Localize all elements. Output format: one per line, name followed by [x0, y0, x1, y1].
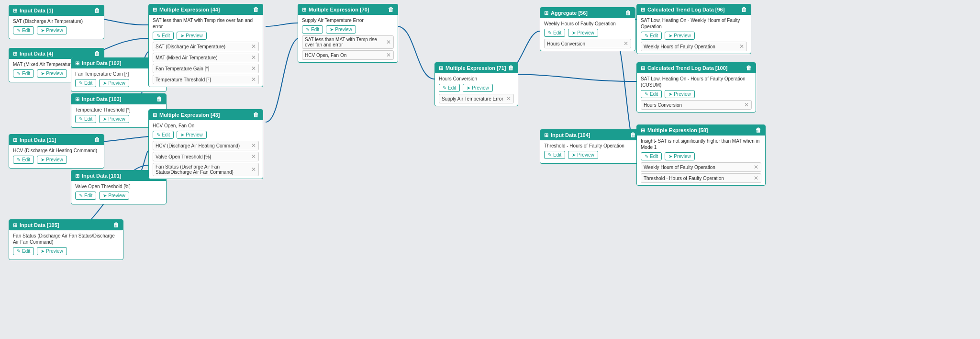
remove-input-n43-2[interactable]: ✕	[251, 166, 256, 173]
node-title-n70: Multiple Expression [70]	[309, 7, 369, 12]
preview-button-n101[interactable]: ➤ Preview	[99, 192, 129, 200]
input-label-n43-0: HCV (Discharge Air Heating Command)	[156, 143, 240, 148]
trash-icon-n71[interactable]: 🗑	[508, 65, 514, 71]
pencil-icon: ✎	[17, 157, 21, 162]
remove-input-n43-0[interactable]: ✕	[251, 142, 256, 149]
remove-input-n58-0[interactable]: ✕	[754, 164, 758, 170]
edit-button-n103[interactable]: ✎ Edit	[75, 115, 96, 123]
trash-icon-n70[interactable]: 🗑	[388, 6, 394, 13]
preview-button-n4[interactable]: ➤ Preview	[37, 69, 67, 78]
pencil-icon: ✎	[306, 27, 310, 32]
play-icon: ➤	[668, 91, 672, 97]
edit-button-n11[interactable]: ✎ Edit	[13, 156, 34, 164]
preview-button-n44[interactable]: ➤ Preview	[177, 32, 207, 40]
remove-input-n96-0[interactable]: ✕	[739, 43, 744, 50]
remove-input-n70-0[interactable]: ✕	[386, 39, 391, 45]
remove-input-n70-1[interactable]: ✕	[386, 52, 391, 58]
preview-button-n96[interactable]: ➤ Preview	[665, 32, 695, 40]
trash-icon-n103[interactable]: 🗑	[156, 96, 162, 102]
trash-icon-n56[interactable]: 🗑	[625, 10, 631, 16]
remove-input-n44-3[interactable]: ✕	[251, 76, 256, 83]
node-title-n43: Multiple Expression [43]	[159, 112, 220, 118]
input-label-n44-0: SAT (Discharge Air Temperature)	[156, 44, 225, 49]
node-n100: Calculated Trend Log Data [100]🗑SAT Low,…	[636, 62, 756, 113]
remove-input-n43-1[interactable]: ✕	[251, 153, 256, 160]
node-description-n96: SAT Low, Heating On - Weekly Hours of Fa…	[641, 17, 747, 30]
edit-button-n104[interactable]: ✎ Edit	[544, 151, 565, 159]
preview-button-n105[interactable]: ➤ Preview	[37, 247, 67, 255]
trash-icon-n105[interactable]: 🗑	[113, 222, 119, 228]
node-description-n11: HCV (Discharge Air Heating Command)	[13, 147, 100, 154]
trash-icon-n96[interactable]: 🗑	[741, 6, 747, 13]
preview-button-n102[interactable]: ➤ Preview	[99, 79, 129, 87]
edit-button-n56[interactable]: ✎ Edit	[544, 29, 565, 37]
trash-icon-n104[interactable]: 🗑	[630, 132, 636, 138]
pencil-icon: ✎	[17, 249, 21, 254]
trash-icon-n4[interactable]: 🗑	[94, 50, 100, 57]
play-icon: ➤	[180, 132, 184, 137]
input-label-n44-3: Temperature Threshold [°]	[156, 77, 211, 82]
input-label-n56-0: Hours Conversion	[547, 41, 585, 46]
edit-button-n1[interactable]: ✎ Edit	[13, 26, 34, 34]
remove-input-n56-0[interactable]: ✕	[624, 40, 628, 47]
node-description-n1: SAT (Discharge Air Temperature)	[13, 18, 100, 24]
trash-icon-n43[interactable]: 🗑	[253, 112, 259, 118]
node-header-n58: Multiple Expression [58]🗑	[637, 125, 765, 136]
play-icon: ➤	[103, 116, 107, 122]
pencil-icon: ✎	[79, 80, 83, 86]
remove-input-n100-0[interactable]: ✕	[744, 102, 749, 108]
input-label-n43-1: Valve Open Threshold [%]	[156, 154, 211, 159]
trash-icon-n58[interactable]: 🗑	[756, 127, 761, 134]
preview-button-n70[interactable]: ➤ Preview	[326, 25, 356, 34]
node-title-n56: Aggregate [56]	[551, 10, 588, 16]
preview-button-n58[interactable]: ➤ Preview	[665, 152, 695, 160]
input-row-n43-2: Fan Status (Discharge Air Fan Status/Dis…	[153, 163, 259, 176]
grid-icon	[641, 7, 645, 13]
node-description-n56: Weekly Hours of Faulty Operation	[544, 21, 631, 27]
input-row-n70-1: HCV Open, Fan On✕	[302, 50, 394, 60]
preview-button-n1[interactable]: ➤ Preview	[37, 26, 67, 34]
grid-icon	[439, 65, 443, 71]
node-n44: Multiple Expression [44]🗑SAT less than M…	[148, 4, 263, 87]
input-label-n70-0: SAT less than MAT with Temp rise over fa…	[305, 37, 384, 47]
pencil-icon: ✎	[17, 71, 21, 76]
edit-button-n71[interactable]: ✎ Edit	[439, 84, 460, 92]
preview-button-n103[interactable]: ➤ Preview	[99, 115, 129, 123]
node-title-n96: Calculated Trend Log Data [96]	[647, 7, 724, 12]
preview-button-n11[interactable]: ➤ Preview	[37, 156, 67, 164]
preview-button-n104[interactable]: ➤ Preview	[568, 151, 598, 159]
trash-icon-n1[interactable]: 🗑	[94, 7, 100, 14]
remove-input-n58-1[interactable]: ✕	[754, 175, 758, 181]
node-description-n105: Fan Status (Discharge Air Fan Status/Dis…	[13, 233, 119, 245]
remove-input-n71-0[interactable]: ✕	[506, 95, 511, 102]
trash-icon-n11[interactable]: 🗑	[94, 136, 100, 143]
edit-button-n100[interactable]: ✎ Edit	[641, 90, 662, 98]
input-label-n70-1: HCV Open, Fan On	[305, 53, 346, 58]
edit-button-n105[interactable]: ✎ Edit	[13, 247, 34, 255]
node-header-n103: Input Data [103]🗑	[71, 94, 166, 104]
remove-input-n44-2[interactable]: ✕	[251, 65, 256, 72]
grid-icon	[641, 65, 645, 71]
play-icon: ➤	[330, 27, 334, 32]
preview-button-n43[interactable]: ➤ Preview	[177, 131, 207, 139]
node-header-n71: Multiple Expression [71]🗑	[435, 63, 518, 73]
canvas: Input Data [1]🗑SAT (Discharge Air Temper…	[0, 0, 980, 339]
play-icon: ➤	[41, 71, 45, 76]
edit-button-n102[interactable]: ✎ Edit	[75, 79, 96, 87]
preview-button-n56[interactable]: ➤ Preview	[568, 29, 598, 37]
edit-button-n58[interactable]: ✎ Edit	[641, 152, 662, 160]
edit-button-n43[interactable]: ✎ Edit	[153, 131, 174, 139]
edit-button-n44[interactable]: ✎ Edit	[153, 32, 174, 40]
edit-button-n4[interactable]: ✎ Edit	[13, 69, 34, 78]
edit-button-n96[interactable]: ✎ Edit	[641, 32, 662, 40]
trash-icon-n100[interactable]: 🗑	[746, 65, 752, 71]
trash-icon-n44[interactable]: 🗑	[253, 6, 259, 13]
preview-button-n71[interactable]: ➤ Preview	[463, 84, 493, 92]
remove-input-n44-1[interactable]: ✕	[251, 54, 256, 61]
edit-button-n101[interactable]: ✎ Edit	[75, 192, 96, 200]
node-title-n58: Multiple Expression [58]	[647, 127, 708, 133]
preview-button-n100[interactable]: ➤ Preview	[665, 90, 695, 98]
edit-button-n70[interactable]: ✎ Edit	[302, 25, 323, 34]
input-row-n44-0: SAT (Discharge Air Temperature)✕	[153, 42, 259, 51]
remove-input-n44-0[interactable]: ✕	[251, 43, 256, 50]
